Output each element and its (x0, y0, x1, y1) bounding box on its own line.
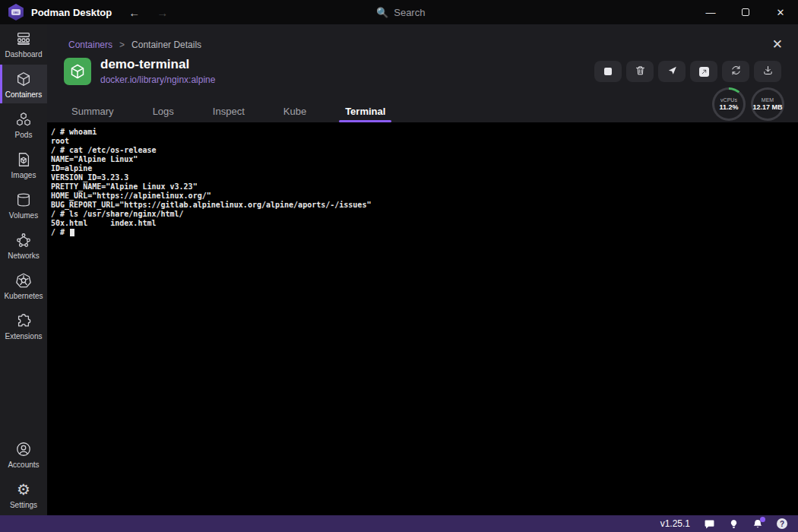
terminal-line: PRETTY_NAME="Alpine Linux v3.23" (51, 182, 798, 192)
export-container-button[interactable] (754, 61, 781, 82)
sidebar-item-networks[interactable]: Networks (0, 226, 47, 264)
trash-icon (635, 65, 646, 78)
sidebar-item-accounts[interactable]: Accounts (0, 435, 47, 473)
container-name: demo-terminal (100, 57, 215, 72)
settings-icon: ⚙ (14, 480, 33, 499)
stop-icon (604, 68, 612, 75)
cpu-gauge-label: vCPUs (720, 97, 737, 103)
sidebar-item-kubernetes[interactable]: Kubernetes (0, 266, 47, 305)
kubernetes-icon (14, 271, 33, 290)
version-label: v1.25.1 (660, 518, 690, 529)
container-actions (594, 61, 781, 82)
lightbulb-icon[interactable] (729, 518, 739, 530)
sidebar-item-label: Images (11, 171, 36, 179)
terminal-line: BUG_REPORT_URL="https://gitlab.alpinelin… (51, 201, 798, 210)
breadcrumb: Containers > Container Details (68, 40, 201, 50)
open-browser-button[interactable] (690, 61, 717, 82)
feedback-bubble-icon[interactable] (704, 518, 715, 530)
containers-icon (14, 70, 33, 88)
terminal-view[interactable]: / # whoami root / # cat /etc/os-release … (47, 122, 798, 515)
status-bar: v1.25.1 ? (0, 515, 798, 532)
podman-logo-icon (8, 4, 24, 21)
content-area: Containers > Container Details ✕ demo-te… (47, 24, 798, 515)
details-tabs: Summary Logs Inspect Kube Terminal (70, 100, 387, 122)
sidebar-item-containers[interactable]: Containers (0, 65, 47, 103)
sidebar-item-images[interactable]: Images (0, 145, 47, 184)
podman-desktop-app: Podman Desktop ← → 🔍 Search — ✕ Dashboar… (0, 0, 798, 532)
external-link-icon (699, 67, 709, 77)
terminal-cursor (70, 229, 74, 236)
memory-usage-gauge: MEM 12.17 MB (751, 87, 784, 121)
sidebar-item-label: Dashboard (5, 50, 43, 59)
sidebar-item-label: Extensions (5, 332, 43, 340)
terminal-prompt: / # (51, 228, 69, 236)
sidebar: Dashboard Containers Pods Images Volumes (0, 24, 47, 515)
tab-terminal[interactable]: Terminal (344, 100, 387, 122)
search-input[interactable]: 🔍 Search (376, 0, 425, 24)
sidebar-item-label: Settings (10, 501, 37, 509)
terminal-line: NAME="Alpine Linux" (51, 155, 798, 164)
restart-icon (730, 65, 742, 78)
breadcrumb-current: Container Details (131, 40, 201, 50)
restart-container-button[interactable] (722, 61, 749, 82)
sidebar-item-label: Networks (8, 252, 40, 260)
terminal-line: 50x.html index.html (51, 219, 798, 228)
container-status-icon (64, 58, 91, 85)
tab-inspect[interactable]: Inspect (211, 100, 246, 122)
search-label: Search (394, 7, 425, 18)
resource-gauges: vCPUs 11.2% MEM 12.17 MB (712, 87, 784, 121)
terminal-line: ID=alpine (51, 164, 798, 173)
sidebar-item-settings[interactable]: ⚙ Settings (0, 475, 47, 514)
help-icon[interactable]: ? (777, 518, 787, 529)
deploy-to-kubernetes-button[interactable] (658, 61, 686, 82)
delete-container-button[interactable] (626, 61, 654, 82)
pods-icon (14, 110, 33, 128)
volumes-icon (14, 191, 33, 209)
accounts-icon (14, 440, 33, 458)
sidebar-item-pods[interactable]: Pods (0, 105, 47, 144)
bell-icon[interactable] (752, 518, 763, 530)
tab-kube[interactable]: Kube (282, 100, 308, 122)
notification-dot (760, 517, 765, 522)
images-icon (14, 150, 33, 169)
terminal-line: root (51, 137, 798, 146)
terminal-line: / # ls /usr/share/nginx/html/ (51, 210, 798, 219)
cpu-usage-gauge: vCPUs 11.2% (712, 87, 746, 121)
terminal-line: VERSION_ID=3.23.3 (51, 173, 798, 182)
sidebar-item-label: Volumes (9, 211, 38, 220)
dashboard-icon (14, 30, 33, 48)
breadcrumb-separator: > (119, 40, 125, 50)
download-icon (762, 65, 774, 78)
close-details-button[interactable]: ✕ (772, 36, 783, 52)
memory-gauge-label: MEM (762, 97, 774, 103)
container-details-header: Containers > Container Details ✕ demo-te… (47, 24, 798, 122)
container-image-name: docker.io/library/nginx:alpine (100, 74, 215, 85)
memory-gauge-value: 12.17 MB (752, 103, 782, 111)
app-title: Podman Desktop (31, 7, 112, 18)
sidebar-item-label: Containers (5, 90, 42, 99)
window-maximize-button[interactable] (728, 0, 763, 24)
sidebar-item-extensions[interactable]: Extensions (0, 306, 47, 345)
extensions-icon (14, 312, 33, 330)
sidebar-item-label: Pods (15, 131, 33, 139)
terminal-prompt-line: / # (51, 228, 798, 237)
sidebar-item-volumes[interactable]: Volumes (0, 185, 47, 224)
cpu-gauge-value: 11.2% (719, 103, 738, 111)
terminal-line: / # cat /etc/os-release (51, 146, 798, 155)
forward-arrow-icon[interactable]: → (157, 7, 168, 18)
terminal-line: / # whoami (51, 128, 798, 137)
breadcrumb-containers-link[interactable]: Containers (68, 40, 112, 50)
networks-icon (14, 231, 33, 249)
tab-summary[interactable]: Summary (70, 100, 116, 122)
tab-logs[interactable]: Logs (151, 100, 176, 122)
stop-container-button[interactable] (594, 61, 622, 82)
sidebar-item-label: Accounts (8, 461, 39, 469)
rocket-icon (667, 65, 678, 78)
window-minimize-button[interactable]: — (693, 0, 728, 24)
title-bar: Podman Desktop ← → 🔍 Search — ✕ (0, 0, 798, 24)
sidebar-item-label: Kubernetes (4, 292, 43, 300)
terminal-line: HOME_URL="https://alpinelinux.org/" (51, 192, 798, 201)
window-close-button[interactable]: ✕ (763, 0, 798, 24)
sidebar-item-dashboard[interactable]: Dashboard (0, 24, 47, 63)
back-arrow-icon[interactable]: ← (128, 7, 140, 18)
